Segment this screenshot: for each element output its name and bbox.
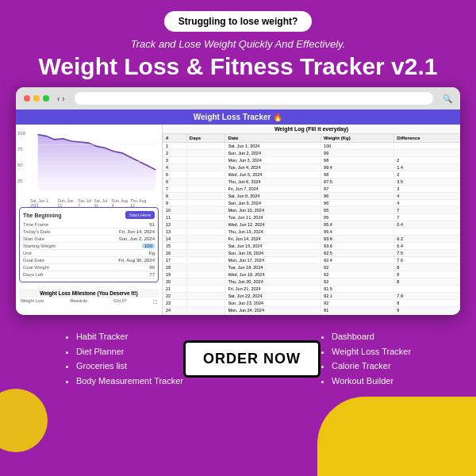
stat-row-timeframe: Time Frame 91 <box>23 221 155 228</box>
x-label-3: Sat, Jul 7 <box>78 198 94 208</box>
cell-0-3: 100 <box>321 143 394 150</box>
cell-7-3: 96 <box>321 193 394 200</box>
cell-8-4: 4 <box>394 200 460 207</box>
milestone-col-rewards: Rewards <box>70 298 87 305</box>
stat-value-goaldate: Fri, Aug 30, 2024 <box>118 258 155 263</box>
cell-10-3: 95 <box>321 214 394 221</box>
chart-y-75: 75 <box>17 147 23 152</box>
table-title: Weight Log (Fill it everyday) <box>163 125 460 133</box>
stat-label-goalweight: Goal Weight <box>23 265 49 270</box>
cell-21-0: 22 <box>163 293 187 300</box>
table-row: 5Wed, Jun 5, 2024982 <box>163 171 460 178</box>
cell-15-2: Sun, Jun 16, 2024 <box>225 250 321 257</box>
cell-19-4: 8 <box>394 278 460 286</box>
cell-16-3: 92.4 <box>321 257 394 264</box>
feature-left-item: Diet Planner <box>76 344 183 359</box>
feature-right-item: Workout Builder <box>332 374 411 389</box>
cell-4-4: 2 <box>394 171 460 178</box>
chart-area: 100 75 50 25 <box>16 125 162 204</box>
browser-dots <box>24 95 49 102</box>
milestone-box: Weight Loss Milestone (You Deserve It!) … <box>19 289 159 306</box>
cell-23-0: 24 <box>163 307 187 314</box>
cell-20-1 <box>186 286 225 293</box>
feature-left-item: Habit Tracker <box>76 329 183 344</box>
cell-16-4: 7.6 <box>394 257 460 264</box>
cell-9-3: 95 <box>321 207 394 214</box>
browser-bar: ‹ › 🔍 <box>16 87 460 109</box>
cell-18-1 <box>186 271 225 278</box>
weight-chart <box>27 128 167 195</box>
stat-label-date: Today's Date <box>23 229 51 234</box>
cell-17-2: Tue, Jun 18, 2024 <box>225 264 321 271</box>
cell-11-1 <box>186 221 225 228</box>
tracker-header: Weight Loss Tracker 🔥 <box>16 109 460 125</box>
cell-0-4 <box>394 143 460 150</box>
content-area: 100 75 50 25 <box>16 125 460 315</box>
stat-value-unit: Kg <box>149 251 155 255</box>
weight-table: # Days Date Weight (Kg) Difference 1Sat,… <box>163 133 460 315</box>
cell-5-4: 3.5 <box>394 178 460 186</box>
cell-5-3: 97.5 <box>321 178 394 186</box>
feature-right-item: Calorie Tracker <box>332 359 411 374</box>
table-row: 6Thu, Jun 6, 202497.53.5 <box>163 178 460 186</box>
cell-2-4: 2 <box>394 157 460 164</box>
cell-19-2: Thu, Jun 20, 2024 <box>225 278 321 286</box>
cell-19-1 <box>186 278 225 286</box>
cell-7-2: Sat, Jun 8, 2024 <box>225 193 321 200</box>
start-here-button[interactable]: Start Here <box>125 211 155 219</box>
table-row: 24Mon, Jun 24, 2024919 <box>163 307 460 314</box>
stat-row-startdate: Start Date Sun, Jun 2, 2024 <box>23 236 155 243</box>
cell-3-1 <box>186 164 225 171</box>
stat-row-date: Today's Date Fri, Jun 14, 2024 <box>23 228 155 236</box>
col-header-days: Days <box>186 134 225 143</box>
cell-23-2: Mon, Jun 24, 2024 <box>225 307 321 314</box>
stat-label-timeframe: Time Frame <box>23 222 48 227</box>
table-row: 17Mon, Jun 17, 202492.47.6 <box>163 257 460 264</box>
cell-2-2: Mon, Jun 3, 2024 <box>225 157 321 164</box>
table-row: 14Fri, Jun 14, 202493.86.2 <box>163 236 460 243</box>
cell-24-0: 25 <box>163 314 187 316</box>
right-panel: Weight Log (Fill it everyday) # Days Dat… <box>163 125 460 315</box>
table-row: 1Sat, Jun 1, 2024100 <box>163 143 460 150</box>
table-row: 12Wed, Jun 12, 202495.40.4 <box>163 221 460 228</box>
cell-5-1 <box>186 178 225 186</box>
cell-24-4: 9 <box>394 314 460 316</box>
cell-22-0: 23 <box>163 300 187 307</box>
table-row: 23Sun, Jun 23, 2024928 <box>163 300 460 307</box>
x-label-1: Sat, Jun 1, 2021 <box>30 198 58 208</box>
cell-12-3: 95.4 <box>321 228 394 236</box>
chart-y-100: 100 <box>17 131 25 136</box>
order-now-button[interactable]: ORDER NOW <box>183 340 321 378</box>
table-row: 18Tue, Jun 18, 2024928 <box>163 264 460 271</box>
col-header-date: Date <box>225 134 321 143</box>
table-row: 13Thu, Jun 13, 202495.4 <box>163 228 460 236</box>
cell-8-1 <box>186 200 225 207</box>
table-row: 4Tue, Jun 4, 202499.41.4 <box>163 164 460 171</box>
chart-y-50: 50 <box>17 163 23 167</box>
stat-value-startdate: Sun, Jun 2, 2024 <box>119 236 155 241</box>
cell-8-2: Sun, Jun 9, 2024 <box>225 200 321 207</box>
chart-y-25: 25 <box>17 178 23 183</box>
stats-title-row: The Beginning Start Here <box>23 211 155 219</box>
cell-7-1 <box>186 193 225 200</box>
cell-20-2: Fri, Jun 21, 2024 <box>225 286 321 293</box>
table-row: 20Thu, Jun 20, 2024928 <box>163 278 460 286</box>
cell-14-2: Sat, Jun 15, 2024 <box>225 243 321 250</box>
cell-13-0: 14 <box>163 236 187 243</box>
cell-14-3: 93.6 <box>321 243 394 250</box>
features-right-list: DashboardWeight Loss TrackerCalorie Trac… <box>321 329 411 389</box>
features-left-list: Habit TrackerDiet PlannerGroceries listB… <box>65 329 183 389</box>
stat-label-goaldate: Goal Date <box>23 258 44 263</box>
back-button[interactable]: ‹ <box>57 94 60 103</box>
cell-17-3: 92 <box>321 264 394 271</box>
main-title: Weight Loss & Fitness Tracker v2.1 <box>39 53 438 79</box>
cell-21-2: Sat, Jun 22, 2024 <box>225 293 321 300</box>
stat-row-goaldate: Goal Date Fri, Aug 30, 2024 <box>23 257 155 264</box>
stat-value-goalweight: 90 <box>149 265 155 270</box>
x-label-5: Sun, Aug 4 <box>112 198 130 208</box>
forward-button[interactable]: › <box>62 94 64 103</box>
cell-12-0: 13 <box>163 228 187 236</box>
table-row: 16Sun, Jun 16, 202492.57.5 <box>163 250 460 257</box>
cell-8-3: 96 <box>321 200 394 207</box>
cell-4-1 <box>186 171 225 178</box>
